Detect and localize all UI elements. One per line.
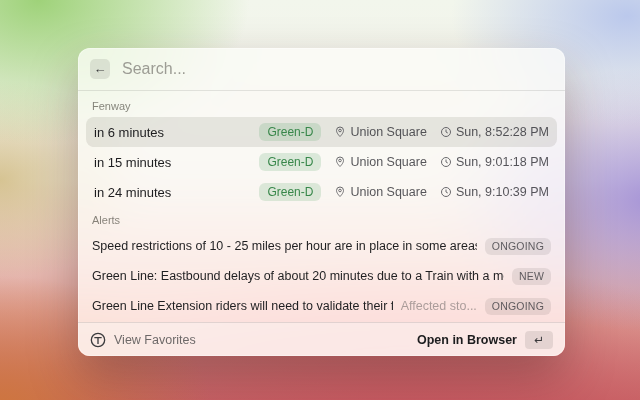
arrival-time: Sun, 9:01:18 PM [440, 155, 549, 169]
desktop-background: ← Fenway in 6 minutes Green-D Union Squa… [0, 0, 640, 400]
search-bar: ← [78, 48, 565, 91]
line-badge: Green-D [259, 153, 321, 171]
departure-label: in 15 minutes [94, 155, 171, 170]
alert-status-badge: ONGOING [485, 238, 551, 255]
open-in-browser-label: Open in Browser [417, 333, 517, 347]
destination-label: Union Square [350, 155, 426, 169]
departure-label: in 24 minutes [94, 185, 171, 200]
transit-row-1[interactable]: in 6 minutes Green-D Union Square Sun, 8… [86, 117, 557, 147]
departure-label: in 6 minutes [94, 125, 164, 140]
footer-bar: View Favorites Open in Browser ↵ [78, 322, 565, 356]
launcher-window: ← Fenway in 6 minutes Green-D Union Squa… [78, 48, 565, 356]
location-pin-icon [334, 126, 346, 138]
line-badge: Green-D [259, 123, 321, 141]
alert-text: Speed restrictions of 10 - 25 miles per … [92, 239, 477, 253]
alert-text: Green Line Extension riders will need to… [92, 299, 393, 313]
row-accessories: Green-D Union Square Sun, 9:10:39 PM [259, 183, 549, 201]
destination: Union Square [334, 125, 426, 139]
search-input[interactable] [120, 59, 553, 79]
alert-row-3[interactable]: Green Line Extension riders will need to… [86, 291, 557, 321]
line-badge: Green-D [259, 183, 321, 201]
arrival-time: Sun, 9:10:39 PM [440, 185, 549, 199]
view-favorites-label: View Favorites [114, 333, 196, 347]
alert-text: Green Line: Eastbound delays of about 20… [92, 269, 504, 283]
alert-status-badge: ONGOING [485, 298, 551, 315]
alert-status-badge: NEW [512, 268, 551, 285]
alert-row-2[interactable]: Green Line: Eastbound delays of about 20… [86, 261, 557, 291]
section-header-alerts: Alerts [86, 207, 557, 231]
mbta-t-logo-icon [90, 332, 106, 348]
transit-row-2[interactable]: in 15 minutes Green-D Union Square Sun, … [86, 147, 557, 177]
destination: Union Square [334, 155, 426, 169]
results-list: Fenway in 6 minutes Green-D Union Square… [78, 91, 565, 321]
alert-row-1[interactable]: Speed restrictions of 10 - 25 miles per … [86, 231, 557, 261]
destination: Union Square [334, 185, 426, 199]
arrival-time: Sun, 8:52:28 PM [440, 125, 549, 139]
row-accessories: Green-D Union Square Sun, 9:01:18 PM [259, 153, 549, 171]
time-label: Sun, 9:01:18 PM [456, 155, 549, 169]
transit-row-3[interactable]: in 24 minutes Green-D Union Square Sun, … [86, 177, 557, 207]
alert-note: Affected sto... [401, 299, 477, 313]
location-pin-icon [334, 186, 346, 198]
view-favorites-action[interactable]: View Favorites [90, 332, 196, 348]
location-pin-icon [334, 156, 346, 168]
return-key-icon: ↵ [525, 331, 553, 349]
time-label: Sun, 8:52:28 PM [456, 125, 549, 139]
clock-icon [440, 186, 452, 198]
clock-icon [440, 126, 452, 138]
row-accessories: Green-D Union Square Sun, 8:52:28 PM [259, 123, 549, 141]
section-header-fenway: Fenway [86, 93, 557, 117]
clock-icon [440, 156, 452, 168]
destination-label: Union Square [350, 125, 426, 139]
back-button[interactable]: ← [90, 59, 110, 79]
arrow-left-icon: ← [94, 59, 107, 79]
open-in-browser-action[interactable]: Open in Browser ↵ [417, 331, 553, 349]
time-label: Sun, 9:10:39 PM [456, 185, 549, 199]
destination-label: Union Square [350, 185, 426, 199]
